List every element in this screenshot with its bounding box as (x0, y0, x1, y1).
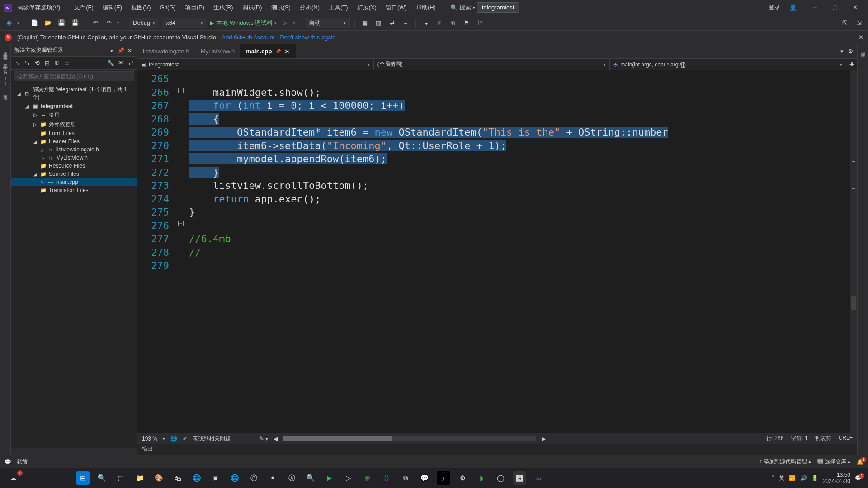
editor-vscroll[interactable] (850, 70, 857, 433)
st-switch[interactable]: ⇆ (24, 60, 31, 67)
st-showall[interactable]: ☰ (63, 60, 71, 67)
solution-root[interactable]: ◢⊞解决方案 'telegramtest' (1 个项目，共 1 个) (11, 85, 137, 102)
explorer-icon[interactable]: 📁 (133, 471, 146, 485)
code-editor[interactable]: 2652662672682692702712722732742752762772… (137, 70, 857, 433)
chrome-icon[interactable]: 🌐 (190, 471, 203, 485)
new-button[interactable]: 📄 (29, 18, 40, 28)
infobar-close[interactable]: ✕ (859, 34, 863, 41)
rail-toolbox[interactable]: 工具箱 (2, 61, 9, 62)
nav-scope[interactable]: (全局范围)▾ (374, 59, 610, 70)
save-all-button[interactable]: 💾 (70, 18, 80, 28)
menu-analyze[interactable]: 分析(N) (296, 2, 323, 14)
store-icon[interactable]: 🛍 (171, 471, 184, 485)
scroll-right[interactable]: ▶ (542, 436, 546, 442)
tab-close[interactable]: ✕ (284, 48, 290, 55)
app-icon-10[interactable]: ◯ (494, 471, 507, 485)
app-icon-6[interactable]: ▷ (342, 471, 355, 485)
minimize-button[interactable]: ─ (806, 1, 825, 14)
tb-h[interactable]: ⚑ (461, 18, 472, 28)
st-copy[interactable]: ⧉ (53, 60, 61, 67)
redo-button[interactable]: ↷ (104, 18, 114, 28)
forms-node[interactable]: 📁Form Files (11, 129, 137, 137)
onedrive-tray[interactable]: ☁! (6, 471, 20, 485)
user-icon[interactable]: 👤 (788, 2, 798, 13)
tab-main-cpp[interactable]: main.cpp📌✕ (241, 44, 296, 58)
project-node[interactable]: ◢▣telegramtest (11, 102, 137, 110)
header-file-1[interactable]: ▷hlistviewdelegate.h (11, 145, 137, 154)
app-icon-8[interactable]: ⧉ (399, 471, 412, 485)
rail-server-explorer[interactable]: 服务器资源管理器 (2, 49, 9, 52)
ie-icon[interactable]: ⓔ (247, 471, 260, 485)
brush-icon[interactable]: ✎ ▾ (259, 436, 268, 442)
battery-icon[interactable]: 🔋 (811, 475, 818, 481)
code-content[interactable]: ↖ mainWidget.show(); for (int i = 0; i <… (185, 70, 857, 433)
tabs-settings[interactable]: ⚙ (847, 48, 854, 55)
main-cpp-file[interactable]: ▷++main.cpp (11, 178, 137, 186)
open-button[interactable]: 📂 (42, 18, 53, 28)
add-github-link[interactable]: Add GitHub Account (222, 34, 274, 41)
notifications-button[interactable]: 🔔1 (857, 459, 863, 465)
line-indicator[interactable]: 行: 266 (766, 435, 784, 442)
undo-button[interactable]: ↶ (90, 18, 101, 28)
st-collapse[interactable]: ⊟ (43, 60, 51, 67)
tiktok-icon[interactable]: ♪ (437, 471, 450, 485)
tabs-dropdown[interactable]: ▾ (838, 48, 845, 55)
nav-project[interactable]: ▣telegramtest▾ (137, 59, 374, 70)
menu-tools[interactable]: 工具(T) (325, 2, 352, 14)
chevron-down-icon[interactable]: ▾ (117, 21, 119, 25)
app-icon-3[interactable]: ✦ (266, 471, 279, 485)
menu-project[interactable]: 项目(P) (181, 2, 208, 14)
menu-file[interactable]: 文件(F) (71, 2, 97, 14)
menu-window[interactable]: 窗口(W) (382, 2, 410, 14)
tb-i[interactable]: ⚐ (475, 18, 486, 28)
menu-extensions[interactable]: 扩展(X) (354, 2, 380, 14)
panel-close[interactable]: ✕ (126, 47, 133, 54)
fold-toggle-276[interactable]: − (178, 221, 184, 226)
problems-status[interactable]: 未找到相关问题 (193, 435, 231, 442)
tb-a[interactable]: ▦ (359, 18, 370, 28)
solution-hscroll[interactable] (11, 448, 137, 455)
login-button[interactable]: 登录 (765, 2, 784, 14)
start-button[interactable]: ⊞ (76, 471, 90, 485)
ext-node[interactable]: ▷📁外部依赖项 (11, 120, 137, 129)
tb-g[interactable]: ⎗ (448, 18, 458, 28)
app-icon-5[interactable]: 🔍 (304, 471, 317, 485)
tab-mylistview[interactable]: MyListView.h (195, 44, 241, 58)
menu-help[interactable]: 帮助(H) (412, 2, 439, 14)
auto-combo[interactable]: 自动▾ (305, 18, 350, 28)
panel-dropdown[interactable]: ▾ (108, 47, 115, 54)
tb-c[interactable]: ⇄ (387, 18, 397, 28)
media-icon[interactable]: ▶ (323, 471, 336, 485)
tb-b[interactable]: ▥ (373, 18, 384, 28)
save-button[interactable]: 💾 (56, 18, 67, 28)
search-button[interactable]: 🔍 (95, 471, 108, 485)
tab-listviewdelegate[interactable]: listviewdelegate.h (137, 44, 195, 58)
live-share-button[interactable]: ⇲ (854, 18, 864, 28)
wechat-icon[interactable]: 💬 (418, 471, 431, 485)
dont-show-link[interactable]: Don't show this again (280, 34, 335, 41)
solution-search-input[interactable] (14, 71, 134, 81)
menu-edit[interactable]: 编辑(E) (99, 2, 126, 14)
share-button[interactable]: ⇱ (839, 18, 850, 28)
menu-git[interactable]: Git(G) (156, 2, 179, 13)
app-icon-4[interactable]: Ⓐ (285, 471, 298, 485)
headers-node[interactable]: ◢📁Header Files (11, 137, 137, 145)
chevron-down-icon[interactable]: ▾ (293, 21, 295, 25)
app-icon-2[interactable]: ▣ (209, 471, 222, 485)
source-node[interactable]: ◢📁Source Files (11, 170, 137, 178)
tb-j[interactable]: ⋯ (488, 18, 499, 28)
platform-combo[interactable]: x64▾ (162, 18, 207, 28)
output-panel-header[interactable]: 输出 (137, 444, 857, 455)
st-home[interactable]: ⌂ (14, 60, 21, 67)
title-prefix[interactable]: 高级保存选项(V)... (14, 2, 69, 14)
panel-pin[interactable]: 📌 (117, 47, 124, 54)
rail-git-changes[interactable]: Git 更改 (2, 70, 9, 93)
menu-view[interactable]: 视图(V) (127, 2, 154, 14)
globe-icon[interactable]: 🌐 (170, 436, 177, 442)
source-control-status[interactable]: ↑ 添加到源代码管理 ▴ (760, 458, 811, 465)
ime-indicator[interactable]: 英 (779, 474, 784, 482)
solution-selector[interactable]: telegramtest (477, 2, 519, 13)
app-icon-11[interactable]: 🅰 (513, 471, 526, 485)
edge-icon[interactable]: 🌐 (228, 471, 241, 485)
fold-toggle-266[interactable]: − (178, 88, 184, 93)
